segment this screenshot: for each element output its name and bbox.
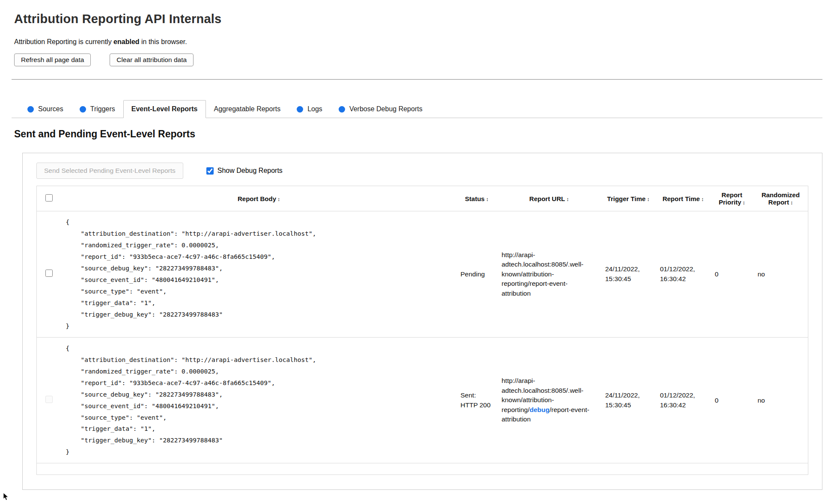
- sort-icon: ↕: [486, 196, 488, 202]
- report-url: http://arapi-adtech.localhost:8085/.well…: [497, 211, 601, 338]
- col-header-report-priority[interactable]: Report Priority↕: [711, 186, 754, 211]
- report-row: { "attribution_destination": "http://ara…: [37, 337, 808, 463]
- report-body-json: { "attribution_destination": "http://ara…: [66, 343, 452, 458]
- report-body-cell: { "attribution_destination": "http://ara…: [62, 337, 456, 463]
- row-select-cell: [37, 337, 62, 463]
- tab-aggregatable-reports[interactable]: Aggregatable Reports: [206, 100, 289, 118]
- reports-panel: Send Selected Pending Event-Level Report…: [22, 153, 822, 490]
- sort-icon: ↕: [742, 200, 745, 206]
- data-dot-icon: [297, 106, 303, 113]
- report-status: Sent: HTTP 200: [456, 337, 497, 463]
- url-debug-highlight: debug: [530, 406, 550, 413]
- data-dot-icon: [339, 106, 345, 113]
- attribution-internals-page: Attribution Reporting API Internals Attr…: [0, 0, 834, 504]
- tab-label: Triggers: [90, 105, 115, 113]
- report-status: Pending: [456, 211, 497, 338]
- data-dot-icon: [27, 106, 34, 113]
- tab-label: Verbose Debug Reports: [349, 105, 423, 113]
- report-priority: 0: [711, 337, 754, 463]
- tab-label: Logs: [307, 105, 322, 113]
- col-header-report-url[interactable]: Report URL↕: [497, 186, 601, 211]
- tab-label: Sources: [38, 105, 63, 113]
- page-toolbar: Refresh all page data Clear all attribut…: [14, 53, 822, 66]
- status-enabled-text: enabled: [113, 38, 139, 45]
- report-row: { "attribution_destination": "http://ara…: [37, 211, 808, 338]
- tab-sources[interactable]: Sources: [19, 100, 71, 118]
- table-header-row: Report Body↕ Status↕ Report URL↕ Trigger…: [37, 186, 808, 211]
- tab-verbose-debug-reports[interactable]: Verbose Debug Reports: [331, 100, 431, 118]
- select-all-header: [37, 186, 62, 211]
- table-footer-spacer: [37, 463, 808, 475]
- select-all-checkbox[interactable]: [45, 194, 53, 202]
- row-checkbox-disabled: [45, 396, 53, 403]
- show-debug-checkbox[interactable]: [206, 167, 214, 175]
- row-select-cell: [37, 211, 62, 338]
- col-header-trigger-time[interactable]: Trigger Time↕: [601, 186, 656, 211]
- page-title: Attribution Reporting API Internals: [14, 12, 822, 26]
- show-debug-label: Show Debug Reports: [217, 167, 283, 175]
- sort-icon: ↕: [277, 196, 280, 202]
- report-url: http://arapi-adtech.localhost:8085/.well…: [497, 337, 601, 463]
- send-selected-button[interactable]: Send Selected Pending Event-Level Report…: [36, 163, 183, 179]
- sort-icon: ↕: [566, 196, 569, 202]
- report-body-json: { "attribution_destination": "http://ara…: [66, 216, 452, 332]
- trigger-time: 24/11/2022, 15:30:45: [601, 337, 656, 463]
- divider: [12, 79, 822, 80]
- row-checkbox[interactable]: [45, 270, 53, 277]
- report-priority: 0: [711, 211, 754, 338]
- randomized-report: no: [754, 211, 808, 338]
- refresh-all-button[interactable]: Refresh all page data: [14, 53, 91, 66]
- tab-event-level-reports[interactable]: Event-Level Reports: [123, 100, 206, 118]
- data-dot-icon: [80, 106, 86, 113]
- section-heading: Sent and Pending Event-Level Reports: [14, 128, 822, 140]
- status-suffix: in this browser.: [140, 38, 187, 45]
- col-header-report-time[interactable]: Report Time↕: [656, 186, 711, 211]
- status-prefix: Attribution Reporting is currently: [14, 38, 113, 45]
- trigger-time: 24/11/2022, 15:30:45: [601, 211, 656, 338]
- reports-table: Report Body↕ Status↕ Report URL↕ Trigger…: [36, 186, 808, 475]
- sort-icon: ↕: [790, 200, 793, 206]
- tab-bar: Sources Triggers Event-Level Reports Agg…: [12, 100, 822, 118]
- tab-triggers[interactable]: Triggers: [71, 100, 123, 118]
- sort-icon: ↕: [647, 196, 649, 202]
- panel-toolbar: Send Selected Pending Event-Level Report…: [36, 163, 808, 179]
- attribution-status-text: Attribution Reporting is currently enabl…: [14, 38, 822, 46]
- col-header-status[interactable]: Status↕: [456, 186, 497, 211]
- col-header-randomized-report[interactable]: Randomized Report↕: [754, 186, 808, 211]
- tab-label: Aggregatable Reports: [214, 105, 281, 113]
- tab-label: Event-Level Reports: [131, 105, 198, 113]
- report-body-cell: { "attribution_destination": "http://ara…: [62, 211, 456, 338]
- show-debug-toggle[interactable]: Show Debug Reports: [206, 167, 283, 175]
- report-time: 01/12/2022, 16:30:42: [656, 337, 711, 463]
- col-header-report-body[interactable]: Report Body↕: [62, 186, 456, 211]
- sort-icon: ↕: [701, 196, 704, 202]
- randomized-report: no: [754, 337, 808, 463]
- report-time: 01/12/2022, 16:30:42: [656, 211, 711, 338]
- clear-all-button[interactable]: Clear all attribution data: [110, 53, 194, 66]
- tab-logs[interactable]: Logs: [289, 100, 331, 118]
